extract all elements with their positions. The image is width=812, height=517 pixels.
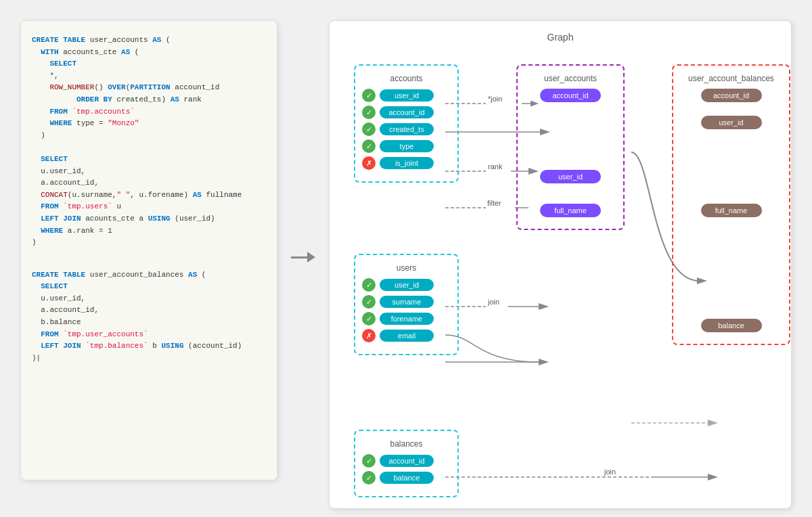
graph-panel: Graph *join filter rank (329, 20, 792, 509)
ua-account-id-row: account_id (524, 89, 616, 102)
uab-account-id-pill: account_id (701, 89, 762, 102)
check-icon: ✓ (362, 106, 376, 119)
accounts-type-pill: type (380, 140, 434, 152)
accounts-account-id-row: ✓ account_id (362, 106, 451, 119)
users-forename-row: ✓ forename (362, 312, 451, 325)
check-icon: ✓ (362, 122, 376, 136)
user-accounts-label: user_accounts (524, 74, 616, 83)
users-table-box: users ✓ user_id ✓ surname ✓ forename ✗ e… (354, 254, 459, 355)
ua-user-id-pill: user_id (540, 170, 601, 183)
accounts-user-id-row: ✓ user_id (362, 89, 451, 102)
users-email-row: ✗ email (362, 329, 451, 342)
uab-label: user_account_balances (680, 74, 782, 83)
graph-title: Graph (340, 32, 780, 43)
uab-user-id-row: user_id (680, 116, 782, 129)
flow-arrow (291, 250, 315, 264)
users-label: users (362, 263, 451, 273)
svg-text:join: join (604, 468, 616, 476)
uab-full-name-pill: full_name (701, 204, 762, 217)
code-block-2: CREATE TABLE user_account_balances AS ( … (32, 269, 266, 365)
ua-full-name-pill: full_name (540, 204, 601, 217)
check-icon: ✓ (362, 295, 376, 309)
svg-marker-23 (708, 420, 718, 426)
svg-text:filter: filter (487, 199, 501, 207)
check-icon: ✓ (362, 278, 376, 292)
ua-user-id-row: user_id (524, 170, 616, 183)
ua-account-id-pill: account_id (540, 89, 601, 102)
accounts-user-id-pill: user_id (380, 89, 434, 102)
ua-full-name-row: full_name (524, 204, 616, 217)
accounts-table-box: accounts ✓ user_id ✓ account_id ✓ create… (354, 64, 459, 183)
svg-marker-17 (539, 359, 549, 365)
check-icon: ✓ (362, 312, 376, 325)
balances-balance-pill: balance (380, 472, 434, 484)
users-user-id-pill: user_id (380, 279, 434, 291)
users-surname-pill: surname (380, 296, 434, 308)
code-panel: CREATE TABLE user_accounts AS ( WITH acc… (20, 20, 277, 480)
uab-user-id-pill: user_id (701, 116, 762, 129)
accounts-is-joint-pill: is_joint (380, 157, 434, 169)
check-icon: ✓ (362, 139, 376, 153)
balances-account-id-row: ✓ account_id (362, 454, 451, 468)
accounts-account-id-pill: account_id (380, 106, 434, 118)
balances-label: balances (362, 439, 451, 449)
x-icon: ✗ (362, 329, 376, 342)
svg-marker-16 (539, 303, 549, 310)
check-icon: ✓ (362, 471, 376, 485)
accounts-is-joint-row: ✗ is_joint (362, 156, 451, 170)
users-email-pill: email (380, 330, 434, 342)
svg-text:*join: *join (488, 95, 502, 103)
users-user-id-row: ✓ user_id (362, 278, 451, 292)
users-surname-row: ✓ surname (362, 295, 451, 309)
uab-full-name-row: full_name (680, 204, 782, 217)
balances-table-box: balances ✓ account_id ✓ balance (354, 430, 459, 497)
svg-text:rank: rank (488, 162, 503, 171)
uab-balance-row: balance (680, 319, 782, 332)
balances-account-id-pill: account_id (380, 455, 434, 467)
uab-account-id-row: account_id (680, 89, 782, 102)
uab-table-box: user_account_balances account_id user_id… (672, 64, 790, 345)
accounts-created-ts-row: ✓ created_ts (362, 122, 451, 136)
check-icon: ✓ (362, 89, 376, 102)
x-icon: ✗ (362, 156, 376, 170)
accounts-created-ts-pill: created_ts (380, 123, 434, 135)
balances-balance-row: ✓ balance (362, 471, 451, 485)
accounts-type-row: ✓ type (362, 139, 451, 153)
accounts-label: accounts (362, 74, 451, 83)
check-icon: ✓ (362, 454, 376, 468)
svg-text:join: join (487, 298, 499, 306)
code-block-1: CREATE TABLE user_accounts AS ( WITH acc… (32, 35, 266, 249)
graph-content: *join filter rank join (340, 51, 780, 497)
users-forename-pill: forename (380, 313, 434, 325)
svg-marker-21 (708, 474, 718, 480)
uab-balance-pill: balance (701, 319, 762, 332)
user-accounts-table-box: user_accounts account_id user_id full_na… (516, 64, 625, 230)
